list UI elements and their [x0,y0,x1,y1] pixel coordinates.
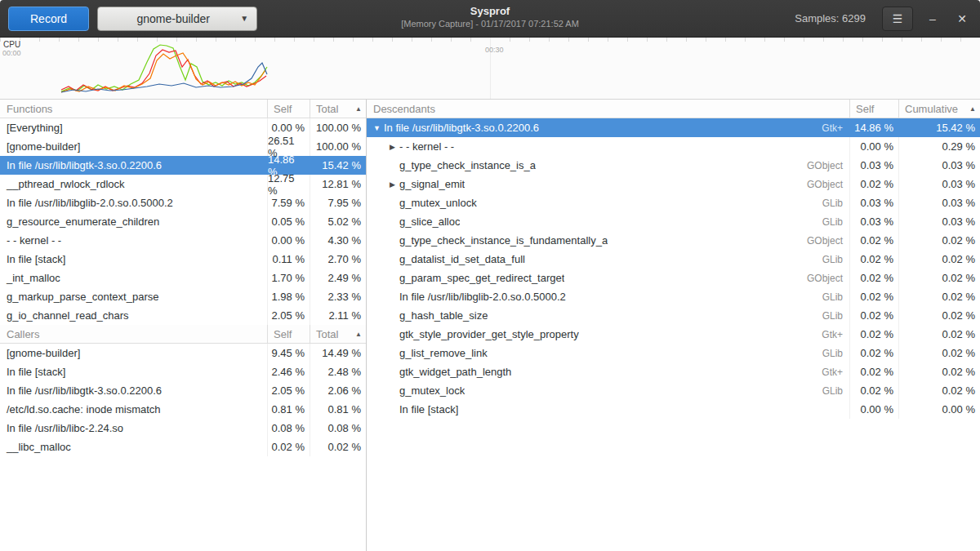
menu-button[interactable]: ☰ [882,7,913,31]
column-header-callers[interactable]: Callers [0,325,267,343]
expander-collapsed-icon[interactable]: ▶ [385,180,399,189]
self-percent: 9.45 % [267,344,310,362]
table-row[interactable]: g_resource_enumerate_children0.05 %5.02 … [0,212,366,231]
function-name: In file /usr/lib/libgtk-3.so.0.2200.6 [0,156,267,175]
total-percent: 2.33 % [310,287,366,306]
table-row[interactable]: In file /usr/lib/libgtk-3.so.0.2200.62.0… [0,381,366,400]
total-percent: 2.11 % [310,306,366,325]
tree-row[interactable]: g_mutex_unlockGLib0.03 %0.03 % [367,193,980,212]
tree-row[interactable]: gtk_style_provider_get_style_propertyGtk… [367,325,980,344]
cumulative-percent: 0.02 % [898,362,980,381]
library-badge: GObject [799,273,849,284]
table-row[interactable]: In file /usr/lib/libgtk-3.so.0.2200.614.… [0,156,366,175]
table-row[interactable]: In file /usr/lib/libglib-2.0.so.0.5000.2… [0,193,366,212]
tree-row[interactable]: ▼In file /usr/lib/libgtk-3.so.0.2200.6Gt… [367,118,980,137]
tree-row[interactable]: g_type_check_instance_is_fundamentally_a… [367,231,980,250]
header-bar: Record gnome-builder ▼ Sysprof [Memory C… [0,0,980,38]
self-percent: 2.46 % [267,362,310,381]
column-header-total-label: Total [316,103,338,115]
tree-row[interactable]: In file /usr/lib/libglib-2.0.so.0.5000.2… [367,287,980,306]
total-percent: 0.81 % [310,400,366,419]
function-name: In file /usr/lib/libgtk-3.so.0.2200.6 [0,381,267,400]
descendant-name-cell: In file /usr/lib/libglib-2.0.so.0.5000.2… [367,287,849,306]
self-percent: 0.02 % [849,381,898,400]
record-button[interactable]: Record [8,7,89,31]
cpu-graph-label: CPU [3,40,23,49]
function-name: g_type_check_instance_is_fundamentally_a [399,234,608,247]
library-badge: GObject [799,179,849,190]
cumulative-percent: 0.02 % [898,344,980,362]
self-percent: 0.00 % [267,231,310,250]
column-header-self[interactable]: Self [267,325,310,343]
column-header-functions[interactable]: Functions [0,100,267,118]
table-row[interactable]: [gnome-builder]9.45 %14.49 % [0,344,366,362]
expander-expanded-icon[interactable]: ▼ [370,124,384,132]
total-percent: 2.49 % [310,269,366,287]
tree-row[interactable]: g_mutex_lockGLib0.02 %0.02 % [367,381,980,400]
column-header-total-label: Total [316,328,338,340]
function-name: In file /usr/lib/libc-2.24.so [0,419,267,438]
tree-row[interactable]: g_type_check_instance_is_aGObject0.03 %0… [367,156,980,175]
descendant-name-cell: g_mutex_lockGLib [367,381,849,400]
function-name: - - kernel - - [0,231,267,250]
table-row[interactable]: g_markup_parse_context_parse1.98 %2.33 % [0,287,366,306]
expander-collapsed-icon[interactable]: ▶ [385,143,399,151]
callers-table-header: Callers Self Total ▲ [0,325,366,344]
cumulative-percent: 0.02 % [898,269,980,287]
table-row[interactable]: In file [stack]0.11 %2.70 % [0,250,366,269]
table-row[interactable]: /etc/ld.so.cache: inode mismatch0.81 %0.… [0,400,366,419]
column-header-total[interactable]: Total ▲ [310,325,366,343]
function-name: In file [stack] [399,403,458,415]
table-row[interactable]: - - kernel - -0.00 %4.30 % [0,231,366,250]
tree-row[interactable]: g_slice_allocGLib0.03 %0.03 % [367,212,980,231]
table-row[interactable]: __pthread_rwlock_rdlock12.75 %12.81 % [0,175,366,193]
table-row[interactable]: _int_malloc1.70 %2.49 % [0,269,366,287]
library-badge: GLib [814,385,849,397]
column-header-self[interactable]: Self [849,100,898,118]
tree-row[interactable]: g_hash_table_sizeGLib0.02 %0.02 % [367,306,980,325]
tree-row[interactable]: g_list_remove_linkGLib0.02 %0.02 % [367,344,980,362]
total-percent: 2.48 % [310,362,366,381]
library-badge: GLib [814,198,849,209]
column-header-descendants[interactable]: Descendants [367,100,849,118]
tree-row[interactable]: ▶g_signal_emitGObject0.02 %0.03 % [367,175,980,193]
timeline-start-label: 00:00 [2,49,21,57]
column-header-total[interactable]: Total ▲ [310,100,366,118]
minimize-button[interactable]: – [923,9,942,29]
column-header-cumulative[interactable]: Cumulative ▲ [898,100,980,118]
header-right-controls: Samples: 6299 ☰ – ✕ [795,7,972,31]
cumulative-percent: 0.03 % [898,212,980,231]
library-badge: GObject [799,235,849,247]
library-badge: Gtk+ [813,329,849,340]
tree-row[interactable]: g_datalist_id_set_data_fullGLib0.02 %0.0… [367,250,980,269]
tree-row[interactable]: gtk_widget_path_lengthGtk+0.02 %0.02 % [367,362,980,381]
tree-row[interactable]: ▶- - kernel - -0.00 %0.29 % [367,137,980,156]
tree-row[interactable]: g_param_spec_get_redirect_targetGObject0… [367,269,980,287]
self-percent: 1.70 % [267,269,310,287]
function-name: In file /usr/lib/libglib-2.0.so.0.5000.2 [399,291,566,303]
self-percent: 0.02 % [849,175,898,193]
table-row[interactable]: g_io_channel_read_chars2.05 %2.11 % [0,306,366,325]
table-row[interactable]: [gnome-builder]26.51 %100.00 % [0,137,366,156]
table-row[interactable]: [Everything]0.00 %100.00 % [0,118,366,137]
function-name: g_resource_enumerate_children [0,212,267,231]
cpu-usage-graph[interactable]: CPU 00:00 00:30 [0,38,980,100]
tree-row[interactable]: In file [stack]0.00 %0.00 % [367,400,980,419]
main-content: Functions Self Total ▲ [Everything]0.00 … [0,100,980,551]
function-name: __pthread_rwlock_rdlock [0,175,267,193]
table-row[interactable]: In file /usr/lib/libc-2.24.so0.08 %0.08 … [0,419,366,438]
process-selector-dropdown[interactable]: gnome-builder ▼ [97,7,257,31]
sort-indicator-icon: ▲ [969,105,976,113]
total-percent: 2.70 % [310,250,366,269]
self-percent: 0.05 % [267,212,310,231]
table-row[interactable]: In file [stack]2.46 %2.48 % [0,362,366,381]
column-header-self[interactable]: Self [267,100,310,118]
self-percent: 0.02 % [267,438,310,456]
close-button[interactable]: ✕ [952,9,972,29]
total-percent: 5.02 % [310,212,366,231]
function-name: _int_malloc [0,269,267,287]
table-row[interactable]: __libc_malloc0.02 %0.02 % [0,438,366,456]
function-name: g_datalist_id_set_data_full [399,253,525,265]
descendant-name-cell: In file [stack] [367,400,849,419]
cumulative-percent: 0.02 % [898,287,980,306]
